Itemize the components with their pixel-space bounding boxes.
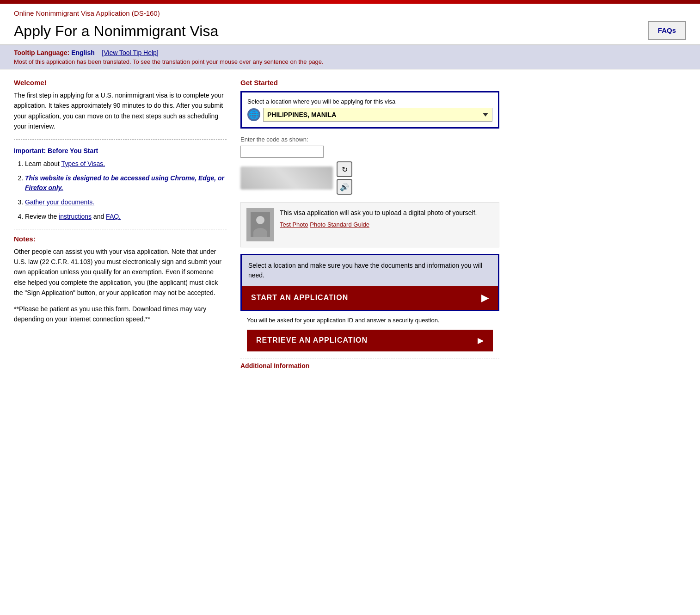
- location-label: Select a location where you will be appl…: [247, 98, 492, 105]
- location-select-row: 🌐 PHILIPPINES, MANILA PHILIPPINES, CEBU …: [247, 108, 492, 122]
- retrieve-text: You will be asked for your application I…: [247, 316, 493, 325]
- welcome-text: The first step in applying for a U.S. no…: [14, 90, 227, 140]
- start-application-button[interactable]: START AN APPLICATION ▶: [242, 286, 498, 310]
- faq-button[interactable]: FAQs: [648, 21, 686, 40]
- tooltip-bar: Tooltip Language: English [View Tool Tip…: [0, 45, 700, 69]
- additional-information-section: Additional Information: [240, 358, 499, 369]
- captcha-buttons: ↻ 🔊: [337, 161, 352, 195]
- retrieve-section: You will be asked for your application I…: [240, 311, 499, 351]
- tooltip-notice: Most of this application has been transl…: [14, 58, 686, 65]
- gather-documents-link[interactable]: Gather your documents.: [25, 198, 94, 206]
- main-content: Welcome! The first step in applying for …: [0, 69, 700, 379]
- top-bar: [0, 0, 700, 4]
- header-area: Online Nonimmigrant Visa Application (DS…: [0, 4, 700, 45]
- instructions-link[interactable]: instructions: [59, 213, 92, 220]
- step4-text: Review the: [25, 213, 59, 220]
- captcha-image: [240, 166, 333, 190]
- refresh-icon: ↻: [342, 165, 348, 174]
- list-item: Learn about Types of Visas.: [25, 159, 227, 169]
- tooltip-language-label: Tooltip Language:: [14, 49, 69, 56]
- location-select[interactable]: PHILIPPINES, MANILA PHILIPPINES, CEBU OT…: [263, 108, 492, 122]
- tooltip-language-value: English: [71, 49, 95, 56]
- test-photo-link[interactable]: Test Photo: [280, 221, 308, 228]
- captcha-audio-button[interactable]: 🔊: [337, 179, 352, 195]
- list-item: Gather your documents.: [25, 197, 227, 207]
- faq-link[interactable]: FAQ.: [106, 213, 121, 220]
- notes-title: Notes:: [14, 235, 227, 243]
- browser-requirement-link[interactable]: This website is designed to be accessed …: [25, 174, 224, 191]
- steps-list: Learn about Types of Visas. This website…: [14, 159, 227, 221]
- audio-icon: 🔊: [340, 183, 349, 191]
- additional-info-title: Additional Information: [240, 362, 309, 369]
- photo-links: Test Photo Photo Standard Guide: [280, 221, 477, 228]
- start-box-info: Select a location and make sure you have…: [242, 255, 498, 286]
- photo-info: This visa application will ask you to up…: [280, 208, 477, 228]
- start-application-box: Select a location and make sure you have…: [240, 254, 499, 311]
- right-column: Get Started Select a location where you …: [240, 79, 499, 369]
- captcha-label: Enter the code as shown:: [240, 136, 499, 143]
- notes-text2: **Please be patient as you use this form…: [14, 304, 227, 325]
- captcha-image-row: ↻ 🔊: [240, 161, 499, 195]
- retrieve-application-label: RETRIEVE AN APPLICATION: [256, 336, 368, 344]
- step4-and: and: [93, 213, 106, 220]
- important-before-start-title: Important: Before You Start: [14, 147, 227, 154]
- get-started-title: Get Started: [240, 79, 499, 86]
- header-row: Apply For a Nonimmigrant Visa FAQs: [14, 21, 686, 44]
- captcha-section: Enter the code as shown: ↻ 🔊: [240, 136, 499, 195]
- step1-text: Learn about: [25, 160, 61, 167]
- location-box: Select a location where you will be appl…: [240, 91, 499, 129]
- photo-placeholder: [246, 208, 274, 241]
- captcha-input[interactable]: [240, 146, 324, 158]
- retrieve-arrow-icon: ▶: [478, 336, 484, 345]
- welcome-title: Welcome!: [14, 79, 227, 86]
- photo-box: This visa application will ask you to up…: [240, 202, 499, 247]
- types-of-visas-link[interactable]: Types of Visas.: [61, 160, 105, 167]
- start-application-label: START AN APPLICATION: [251, 294, 348, 302]
- page-subtitle: Online Nonimmigrant Visa Application (DS…: [14, 9, 686, 17]
- notes-text: Other people can assist you with your vi…: [14, 246, 227, 298]
- start-arrow-icon: ▶: [481, 292, 489, 303]
- globe-icon-symbol: 🌐: [249, 110, 259, 120]
- retrieve-application-button[interactable]: RETRIEVE AN APPLICATION ▶: [247, 330, 493, 351]
- tooltip-language-value: [97, 49, 100, 56]
- photo-silhouette: [251, 212, 270, 237]
- list-item: Review the instructions and FAQ.: [25, 212, 227, 221]
- globe-icon: 🌐: [247, 108, 260, 121]
- captcha-refresh-button[interactable]: ↻: [337, 161, 352, 177]
- photo-standard-guide-link[interactable]: Photo Standard Guide: [310, 221, 369, 228]
- left-column: Welcome! The first step in applying for …: [14, 79, 227, 369]
- photo-text: This visa application will ask you to up…: [280, 208, 477, 218]
- view-tooltip-help-link[interactable]: [View Tool Tip Help]: [102, 49, 158, 56]
- page-title: Apply For a Nonimmigrant Visa: [14, 23, 218, 40]
- list-item: This website is designed to be accessed …: [25, 173, 227, 193]
- notes-section: Notes: Other people can assist you with …: [14, 229, 227, 325]
